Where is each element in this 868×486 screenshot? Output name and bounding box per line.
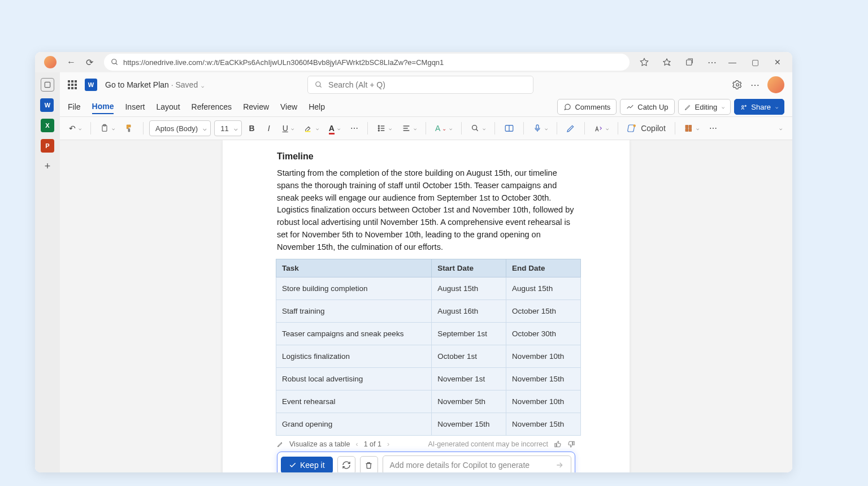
table-row: Event rehearsalNovember 5thNovember 10th <box>276 390 581 413</box>
regenerate-button[interactable] <box>337 456 355 472</box>
next-icon[interactable]: › <box>387 440 389 448</box>
doc-name-text: Go to Market Plan <box>105 80 169 89</box>
bold-button[interactable]: B <box>245 122 259 135</box>
designer-button[interactable]: ⌵ <box>591 122 612 135</box>
profile-avatar[interactable] <box>44 56 57 68</box>
svg-rect-31 <box>685 125 688 128</box>
undo-button[interactable]: ↶⌵ <box>66 122 85 135</box>
copilot-placeholder: Add more details for Copilot to generate <box>390 461 530 470</box>
back-button[interactable]: ← <box>63 54 79 70</box>
pager-text: 1 of 1 <box>364 440 381 448</box>
svg-rect-28 <box>536 125 539 129</box>
saved-status-text: · Saved <box>169 80 198 89</box>
svg-line-25 <box>476 129 478 131</box>
copilot-input[interactable]: Add more details for Copilot to generate <box>383 455 571 472</box>
rail-home-icon[interactable] <box>41 78 54 92</box>
word-title-bar: W Go to Market Plan · Saved ⌵ Search (Al… <box>60 72 792 97</box>
th-task: Task <box>276 259 432 277</box>
clear-format-button[interactable]: A⌄⌵ <box>432 122 455 135</box>
discard-button[interactable] <box>360 456 378 472</box>
keep-it-button[interactable]: Keep it <box>281 457 333 472</box>
italic-button[interactable]: I <box>262 122 276 135</box>
table-cell: November 10th <box>506 345 581 368</box>
table-styles-button[interactable]: ⌵ <box>681 122 702 135</box>
more-ribbon-button[interactable]: ⋯ <box>706 122 721 135</box>
maximize-button[interactable]: ▢ <box>745 52 765 72</box>
word-app: W Go to Market Plan · Saved ⌵ Search (Al… <box>60 72 792 472</box>
menu-insert[interactable]: Insert <box>125 102 145 111</box>
user-avatar[interactable] <box>767 76 784 93</box>
format-painter-button[interactable] <box>121 122 137 135</box>
table-cell: November 15th <box>506 368 581 390</box>
editing-button[interactable]: Editing⌵ <box>678 99 731 115</box>
menu-review[interactable]: Review <box>243 102 269 111</box>
menu-file[interactable]: File <box>68 102 81 111</box>
menu-help[interactable]: Help <box>309 102 325 111</box>
menu-view[interactable]: View <box>280 102 297 111</box>
favorites-icon[interactable] <box>659 54 675 70</box>
dictate-button[interactable]: ⌵ <box>530 122 551 135</box>
browser-toolbar: ← ⟳ https://onedrive.live.com/:w:/t/EaCK… <box>35 52 792 72</box>
thumbs-down-icon[interactable] <box>567 440 575 448</box>
svg-line-1 <box>116 63 118 65</box>
timeline-table: Task Start Date End Date Store building … <box>276 259 581 436</box>
app-rail: W X P + <box>35 72 60 472</box>
minimize-button[interactable]: — <box>722 52 743 72</box>
menu-layout[interactable]: Layout <box>156 102 180 111</box>
more-font-button[interactable]: ⋯ <box>347 122 362 135</box>
settings-icon[interactable] <box>732 80 743 90</box>
table-cell: Teaser campaigns and sneak peeks <box>276 323 432 345</box>
read-aloud-icon[interactable] <box>636 54 652 70</box>
send-icon[interactable] <box>555 461 564 470</box>
visualize-link[interactable]: Visualize as a table <box>289 440 350 448</box>
table-cell: Robust local advertising <box>276 368 432 390</box>
refresh-button[interactable]: ⟳ <box>81 54 97 70</box>
table-row: Store building completionAugust 15thAugu… <box>276 277 581 300</box>
svg-rect-33 <box>685 129 688 132</box>
prev-icon[interactable]: ‹ <box>355 440 358 448</box>
app-launcher-icon[interactable] <box>68 80 77 89</box>
font-name-select[interactable]: Aptos (Body) <box>149 120 211 136</box>
rail-add-icon[interactable]: + <box>41 159 54 173</box>
font-color-button[interactable]: A⌵ <box>326 122 344 135</box>
menu-home[interactable]: Home <box>92 102 114 114</box>
word-logo-icon: W <box>85 79 97 91</box>
table-cell: November 15th <box>432 413 506 436</box>
more-options-icon[interactable]: ⋯ <box>750 80 760 90</box>
table-cell: November 15th <box>506 413 581 436</box>
table-row: Teaser campaigns and sneak peeksSeptembe… <box>276 323 581 345</box>
collections-icon[interactable] <box>682 54 697 70</box>
rail-excel-icon[interactable]: X <box>41 119 54 132</box>
immersive-reader-button[interactable] <box>501 121 518 136</box>
underline-button[interactable]: U⌵ <box>279 122 297 135</box>
thumbs-up-icon[interactable] <box>554 440 562 448</box>
font-size-select[interactable]: 11 <box>214 120 241 136</box>
rail-word-icon[interactable]: W <box>40 98 54 112</box>
svg-point-11 <box>745 105 746 106</box>
document-title[interactable]: Go to Market Plan · Saved ⌵ <box>105 80 204 89</box>
svg-rect-34 <box>689 129 692 132</box>
search-input[interactable]: Search (Alt + Q) <box>307 76 533 94</box>
share-button[interactable]: Share⌵ <box>734 99 784 115</box>
find-button[interactable]: ⌵ <box>467 122 489 135</box>
copilot-button[interactable]: Copilot <box>624 121 669 136</box>
menu-references[interactable]: References <box>192 102 232 111</box>
editor-button[interactable] <box>563 122 579 135</box>
address-bar[interactable]: https://onedrive.live.com/:w:/t/EaCKkPs6… <box>104 54 630 71</box>
close-button[interactable]: ✕ <box>767 52 788 72</box>
align-button[interactable]: ⌵ <box>398 122 420 135</box>
browser-window: ← ⟳ https://onedrive.live.com/:w:/t/EaCK… <box>35 52 792 472</box>
th-start: Start Date <box>432 259 506 277</box>
rail-powerpoint-icon[interactable]: P <box>41 139 54 153</box>
document-canvas[interactable]: Timeline Starting from the completion of… <box>60 140 792 472</box>
more-icon[interactable]: ⋯ <box>704 54 720 70</box>
highlight-button[interactable]: ⌵ <box>301 122 322 135</box>
ribbon-chevron-icon[interactable]: ⌵ <box>773 123 787 133</box>
url-text: https://onedrive.live.com/:w:/t/EaCKkPs6… <box>123 58 444 67</box>
catchup-button[interactable]: Catch Up <box>620 99 674 115</box>
th-end: End Date <box>506 259 581 277</box>
table-cell: August 15th <box>506 277 581 300</box>
paste-button[interactable]: ⌵ <box>97 122 118 135</box>
comments-button[interactable]: Comments <box>557 99 617 115</box>
bullets-button[interactable]: ⌵ <box>374 122 395 135</box>
